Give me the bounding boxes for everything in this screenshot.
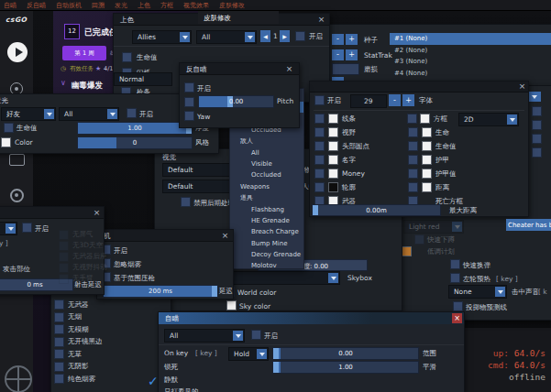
removal-row[interactable]: 无草	[51, 348, 171, 361]
removal-checkbox[interactable]	[54, 324, 64, 334]
target-dropdown-item[interactable]: Occluded	[230, 169, 303, 180]
active-tab[interactable]: 皮肤修改	[198, 11, 279, 24]
chevron-down-icon[interactable]	[495, 287, 505, 297]
skin-slot-list[interactable]: #1 (None) #2 (None) #3 (None) #4 (None)	[390, 33, 551, 81]
menu-item[interactable]: 自瞄	[4, 1, 17, 10]
skin-slot-row[interactable]: #2 (None)	[390, 45, 551, 57]
esp-row-checkbox[interactable]	[314, 141, 325, 151]
target-dropdown-item[interactable]: All	[230, 147, 303, 158]
esp-row[interactable]: 线条	[312, 112, 403, 125]
esp-row-color-swatch[interactable]	[328, 155, 338, 165]
hit-sound-key-hint[interactable]: [ k	[538, 288, 547, 296]
menu-item[interactable]: 反自瞄	[27, 1, 46, 10]
tint-enable-checkbox[interactable]	[295, 31, 305, 41]
esp-row-checkbox[interactable]	[314, 182, 325, 192]
menu-item[interactable]: 方框	[160, 1, 173, 10]
misc-faint-checkbox[interactable]	[414, 234, 424, 245]
chevron-down-icon[interactable]	[180, 32, 190, 42]
esp-row-color-swatch[interactable]	[422, 182, 432, 192]
target-dropdown-item[interactable]: Molotov	[230, 260, 303, 269]
misc-faint-dropdown[interactable]: Light red	[403, 220, 464, 234]
menu-item[interactable]: 自动扳机	[56, 1, 82, 10]
esp-row-checkbox[interactable]	[314, 169, 325, 179]
chevron-down-icon[interactable]	[44, 109, 54, 119]
revolver-key-hint[interactable]: [ key ]	[496, 275, 518, 283]
removal-checkbox[interactable]	[54, 362, 64, 372]
glow-thickness-slider[interactable]: 1.00	[77, 122, 193, 135]
tint-team-dropdown[interactable]: Allies	[132, 30, 192, 44]
glow-style-slider[interactable]: 0	[77, 136, 193, 149]
aimbot-enable-checkbox[interactable]	[251, 330, 261, 340]
antiaim-yaw-checkbox[interactable]	[184, 111, 194, 121]
chevron-down-icon[interactable]	[233, 331, 243, 341]
misc-checkbox[interactable]	[532, 120, 542, 130]
removal-row[interactable]: 无开镜黑边	[51, 336, 171, 349]
antiaim-enable-checkbox[interactable]	[184, 82, 194, 93]
close-icon[interactable]: ×	[220, 231, 230, 241]
close-icon[interactable]: ×	[316, 15, 326, 25]
esp-enable-checkbox[interactable]	[314, 95, 325, 105]
stattrak-plus-button[interactable]: +	[346, 49, 358, 60]
removal-row[interactable]: 无烟	[51, 311, 171, 324]
skin-slot-row[interactable]: #4 (None)	[390, 68, 551, 80]
target-dropdown-item[interactable]: Visible	[230, 158, 303, 169]
esp-row[interactable]: 视野	[312, 125, 403, 139]
projectile-checkbox[interactable]	[453, 301, 463, 311]
esp-row-color-swatch[interactable]	[422, 155, 432, 165]
esp-row-checkbox[interactable]	[408, 182, 418, 192]
target-dropdown-item[interactable]: 道具	[230, 192, 303, 203]
skin-slot-row[interactable]: #1 (None)	[390, 33, 551, 45]
target-dropdown-item[interactable]: HE Grenade	[230, 215, 303, 226]
glow-enable-checkbox[interactable]	[127, 108, 137, 118]
esp-row-color-swatch[interactable]	[422, 141, 432, 151]
aimbot-lock-label[interactable]: 锁死	[164, 363, 178, 371]
aimbot-key-hint[interactable]: [ key ]	[195, 349, 217, 357]
esp-row-checkbox[interactable]	[408, 141, 418, 151]
tv-icon[interactable]	[9, 154, 25, 166]
esp-row[interactable]: Money	[312, 167, 403, 180]
aimbot-silent-label[interactable]: 静默	[164, 376, 178, 384]
esp-row-checkbox[interactable]	[408, 127, 418, 137]
target-dropdown-item[interactable]: 敌人	[230, 136, 303, 147]
chevron-down-icon[interactable]	[6, 223, 16, 234]
esp-row-checkbox[interactable]	[314, 114, 325, 124]
esp-distance-slider[interactable]: 0.00m	[312, 204, 441, 216]
misc-checkbox[interactable]	[532, 106, 542, 116]
revolver-checkbox[interactable]	[450, 273, 460, 283]
seed-plus-button[interactable]: +	[346, 34, 358, 45]
chevron-down-icon[interactable]	[245, 32, 255, 42]
glow-health-checkbox[interactable]	[4, 123, 14, 133]
removal-checkbox[interactable]	[54, 312, 64, 322]
hit-sound-dropdown[interactable]: None	[448, 285, 507, 299]
target-dropdown-item[interactable]: Breach Charge	[230, 226, 303, 237]
target-dropdown-item[interactable]: Flashbang	[230, 204, 303, 215]
removal-checkbox[interactable]	[54, 299, 64, 310]
removal-checkbox[interactable]	[54, 337, 64, 347]
aim-left-key-hint[interactable]: [ key ]	[0, 239, 8, 247]
fast-reload-checkbox[interactable]	[450, 259, 460, 269]
esp-row-color-swatch[interactable]	[328, 169, 338, 179]
postprocess-checkbox[interactable]	[181, 197, 191, 207]
esp-box-color-swatch[interactable]	[420, 114, 430, 124]
esp-row[interactable]: 距离	[405, 180, 526, 194]
font-minus-button[interactable]: -	[389, 94, 401, 106]
target-dropdown-item[interactable]: Weapons	[230, 181, 303, 192]
chevron-down-icon[interactable]	[507, 114, 517, 125]
page-next-button[interactable]: ▶	[280, 30, 290, 42]
menu-item[interactable]: 皮肤修改	[219, 1, 245, 10]
seed-minus-button[interactable]: -	[332, 34, 344, 45]
aimbot-keymode-dropdown[interactable]: Hold	[228, 347, 269, 361]
skin-slot-row[interactable]: #3 (None)	[390, 56, 551, 68]
menu-item[interactable]: 回溯	[92, 1, 105, 10]
esp-row-checkbox[interactable]	[408, 169, 418, 179]
play-button[interactable]	[7, 42, 28, 62]
aim-left-enable-checkbox[interactable]	[22, 223, 32, 233]
esp-row[interactable]: 头部圆点	[312, 139, 403, 153]
aimbot-visible-only-label[interactable]: 只打看见的	[164, 387, 199, 392]
menu-item[interactable]: 视觉效果	[183, 1, 209, 10]
chevron-down-icon[interactable]	[452, 222, 462, 232]
aim-left-dropdown[interactable]	[0, 222, 17, 235]
chevron-down-icon[interactable]	[107, 109, 117, 119]
font-plus-button[interactable]: +	[402, 94, 414, 106]
tint-filter-dropdown[interactable]: All	[196, 30, 257, 44]
